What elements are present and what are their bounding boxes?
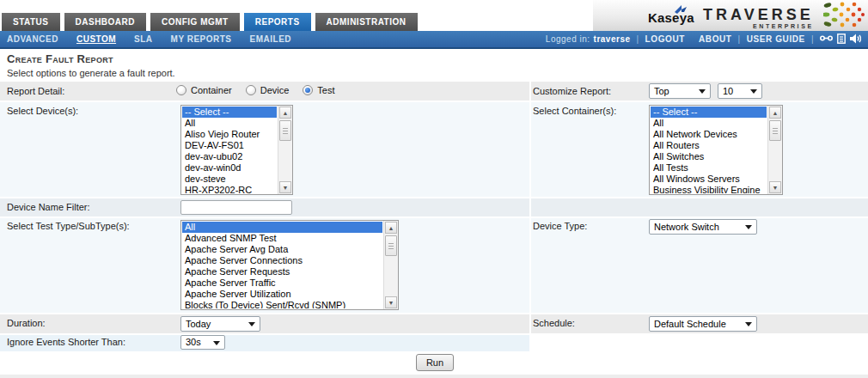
radio-option-test[interactable]: Test (303, 85, 334, 95)
list-option[interactable]: -- Select -- (651, 107, 767, 118)
radio-label: Device (260, 85, 290, 95)
page-subtitle: Select options to generate a fault repor… (7, 68, 175, 78)
traverse-logo: TRAVERSE ENTERPRISE (703, 6, 814, 29)
tab-status[interactable]: STATUS (2, 13, 60, 31)
report-icon[interactable] (837, 34, 846, 46)
scroll-up-icon[interactable]: ▲ (769, 107, 781, 119)
traverse-app-window: Kaseya TRAVERSE ENTERPRISE (0, 0, 868, 378)
logout-link[interactable]: LOGOUT (645, 34, 685, 44)
list-option[interactable]: Apache Server Avg Data (182, 244, 382, 255)
radio-option-container[interactable]: Container (176, 85, 232, 95)
list-option[interactable]: All Tests (651, 162, 767, 174)
subnav-item-custom[interactable]: CUSTOM (76, 34, 116, 44)
list-option[interactable]: Blocks (To Device) Sent/Rcvd (SNMP) (182, 300, 382, 308)
select-devices-listbox[interactable]: -- Select --AllAliso Viejo RouterDEV-AV-… (180, 105, 293, 195)
logged-in-label: Logged in: (546, 34, 590, 44)
run-button[interactable]: Run (416, 354, 454, 371)
list-option[interactable]: dev-av-ubu02 (182, 151, 277, 162)
schedule-select-value: Default Schedule (654, 319, 726, 329)
kaseya-butterfly-icon (674, 3, 688, 18)
subnav-item-advanced[interactable]: ADVANCED (7, 34, 58, 44)
select-test-types-label: Select Test Type/SubType(s): (7, 221, 130, 231)
scroll-down-icon[interactable]: ▼ (769, 181, 781, 193)
list-option[interactable]: Apache Server Utilization (182, 289, 382, 300)
select-containers-listbox[interactable]: -- Select --AllAll Network DevicesAll Ro… (649, 105, 783, 195)
audio-icon[interactable] (850, 34, 861, 46)
list-option[interactable]: All (182, 222, 382, 233)
top-bottom-select[interactable]: Top (649, 83, 711, 99)
report-detail-label: Report Detail: (7, 86, 64, 96)
test-type-list-scrollbar[interactable]: ▲ ▼ (383, 221, 398, 309)
scrollbar-thumb[interactable] (279, 120, 291, 141)
scrollbar-grip (388, 243, 394, 250)
select-test-types-listbox[interactable]: AllAdvanced SNMP TestApache Server Avg D… (180, 220, 399, 310)
list-option[interactable]: Apache Server Connections (182, 255, 382, 266)
scroll-up-icon[interactable]: ▲ (385, 222, 397, 234)
traverse-dots-icon (823, 1, 865, 33)
radio-label: Container (191, 85, 232, 95)
container-list-items: -- Select --AllAll Network DevicesAll Ro… (651, 107, 767, 193)
list-option[interactable]: All Switches (651, 151, 767, 162)
select-containers-label: Select Container(s): (533, 106, 616, 116)
list-option[interactable]: dev-av-win0d (182, 162, 277, 174)
device-type-select-value: Network Switch (654, 222, 719, 232)
customize-report-label: Customize Report: (533, 86, 611, 96)
radio-option-device[interactable]: Device (246, 85, 290, 95)
top-count-select[interactable]: 10 (718, 83, 762, 99)
scrollbar-grip (773, 128, 778, 135)
list-option[interactable]: Business Visibility Engine (651, 185, 767, 193)
device-list-scrollbar[interactable]: ▲ ▼ (278, 106, 292, 194)
list-option[interactable]: All Routers (651, 140, 767, 151)
tab-reports[interactable]: REPORTS (244, 13, 311, 31)
subnav-item-emailed[interactable]: EMAILED (250, 34, 292, 44)
main-nav-tabs: STATUSDASHBOARDCONFIG MGMTREPORTSADMINIS… (2, 13, 422, 31)
list-option[interactable]: Apache Server Requests (182, 266, 382, 277)
duration-label: Duration: (7, 318, 46, 328)
list-option[interactable]: Apache Server Traffic (182, 277, 382, 289)
separator: | (811, 34, 814, 44)
ignore-events-select[interactable]: 30s (180, 335, 225, 350)
list-option[interactable]: -- Select -- (182, 107, 277, 118)
scroll-up-icon[interactable]: ▲ (279, 107, 291, 119)
device-name-filter-input[interactable] (180, 200, 292, 215)
radio-icon[interactable] (303, 85, 313, 95)
about-link[interactable]: ABOUT (699, 34, 732, 44)
chevron-down-icon (745, 322, 752, 326)
test-type-list-items: AllAdvanced SNMP TestApache Server Avg D… (182, 222, 382, 308)
radio-icon[interactable] (176, 85, 186, 95)
scrollbar-thumb[interactable] (385, 235, 397, 256)
tab-config-mgmt[interactable]: CONFIG MGMT (150, 13, 240, 31)
traverse-wordmark: TRAVERSE (703, 6, 814, 24)
tab-dashboard[interactable]: DASHBOARD (64, 13, 147, 31)
duration-select[interactable]: Today (180, 316, 260, 332)
enterprise-wordmark: ENTERPRISE (703, 23, 814, 29)
duration-select-value: Today (186, 319, 211, 329)
list-option[interactable]: dev-steve (182, 174, 277, 185)
key-icon[interactable] (820, 34, 833, 45)
list-option[interactable]: Advanced SNMP Test (182, 233, 382, 244)
tab-administration[interactable]: ADMINISTRATION (315, 13, 418, 31)
subnav-item-my-reports[interactable]: MY REPORTS (171, 34, 232, 44)
chevron-down-icon (699, 89, 706, 94)
list-option[interactable]: DEV-AV-FS01 (182, 140, 277, 151)
list-option[interactable]: All (651, 118, 767, 129)
list-option[interactable]: All Windows Servers (651, 174, 767, 185)
select-devices-label: Select Device(s): (7, 106, 78, 116)
list-option[interactable]: All Network Devices (651, 129, 767, 140)
container-list-scrollbar[interactable]: ▲ ▼ (767, 106, 782, 194)
device-type-select[interactable]: Network Switch (649, 219, 757, 235)
scrollbar-thumb[interactable] (769, 120, 781, 141)
radio-icon[interactable] (246, 85, 256, 95)
scroll-down-icon[interactable]: ▼ (279, 181, 291, 193)
chevron-down-icon (750, 89, 757, 94)
device-type-label: Device Type: (533, 221, 587, 231)
scroll-down-icon[interactable]: ▼ (385, 296, 397, 308)
schedule-select[interactable]: Default Schedule (649, 316, 757, 332)
list-option[interactable]: All (182, 118, 277, 129)
form-row-duration-bg (0, 314, 529, 333)
list-option[interactable]: Aliso Viejo Router (182, 129, 277, 140)
user-guide-link[interactable]: USER GUIDE (747, 34, 805, 44)
device-list-items: -- Select --AllAliso Viejo RouterDEV-AV-… (182, 107, 277, 193)
list-option[interactable]: HR-XP3202-RC (182, 185, 277, 193)
subnav-item-sla[interactable]: SLA (134, 34, 153, 44)
